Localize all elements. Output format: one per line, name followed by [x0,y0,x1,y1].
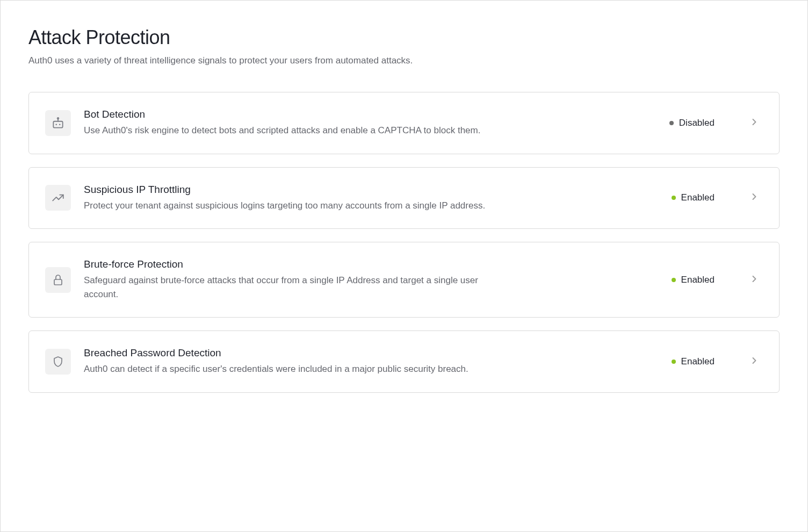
chevron-right-icon [749,355,760,368]
card-title: Bot Detection [84,109,656,120]
svg-point-1 [55,124,57,125]
trending-up-icon [45,185,71,211]
svg-point-2 [59,124,61,125]
page-subtitle: Auth0 uses a variety of threat intellige… [28,55,780,66]
bot-icon [45,110,71,136]
status-badge: Disabled [669,118,715,128]
shield-icon [45,349,71,375]
svg-point-4 [57,118,59,119]
page-title: Attack Protection [28,26,780,49]
status-badge: Enabled [672,192,715,203]
chevron-right-icon [749,191,760,204]
svg-rect-0 [53,121,62,128]
card-breached-password-detection[interactable]: Breached Password Detection Auth0 can de… [28,330,780,393]
card-brute-force-protection[interactable]: Brute-force Protection Safeguard against… [28,242,780,318]
card-title: Breached Password Detection [84,347,659,359]
status-dot-icon [672,360,676,364]
card-description: Protect your tenant against suspicious l… [84,199,514,213]
status-badge: Enabled [672,356,715,367]
card-title: Suspicious IP Throttling [84,184,659,196]
chevron-right-icon [749,274,760,286]
status-label: Enabled [681,275,715,285]
chevron-right-icon [749,117,760,130]
lock-icon [45,267,71,293]
card-description: Use Auth0's risk engine to detect bots a… [84,124,514,138]
card-description: Safeguard against brute-force attacks th… [84,274,514,301]
svg-rect-5 [54,279,62,285]
card-description: Auth0 can detect if a specific user's cr… [84,362,514,376]
card-suspicious-ip-throttling[interactable]: Suspicious IP Throttling Protect your te… [28,167,780,229]
card-bot-detection[interactable]: Bot Detection Use Auth0's risk engine to… [28,92,780,154]
status-dot-icon [672,196,676,200]
card-title: Brute-force Protection [84,258,659,270]
status-label: Disabled [679,118,715,128]
status-label: Enabled [681,192,715,203]
status-badge: Enabled [672,275,715,285]
status-dot-icon [669,121,674,125]
status-label: Enabled [681,356,715,367]
status-dot-icon [672,278,676,282]
